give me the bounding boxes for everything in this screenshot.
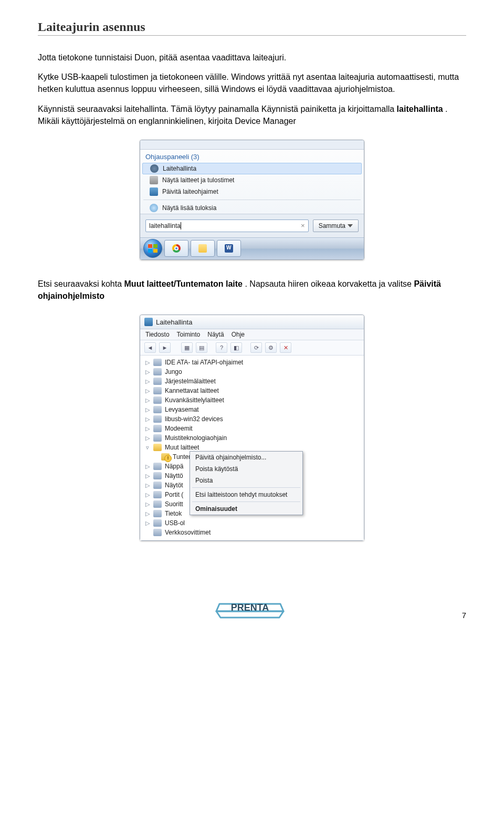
svg-rect-0 <box>148 244 152 248</box>
device-icon <box>153 387 162 394</box>
search-value: laitehallinta <box>149 222 181 229</box>
windows-logo-icon <box>148 244 158 253</box>
paragraph-4-bold1: Muut laitteet/Tuntematon laite <box>124 279 243 288</box>
tree-item[interactable]: ▷USB-ol <box>143 518 361 528</box>
tree-label: Kannettavat laitteet <box>165 387 219 394</box>
back-button[interactable]: ◄ <box>144 342 156 353</box>
page-footer: PRENTA 7 <box>38 588 466 620</box>
svg-rect-2 <box>148 249 152 253</box>
menu-action[interactable]: Toiminto <box>177 331 201 338</box>
context-menu-disable[interactable]: Poista käytöstä <box>190 463 302 475</box>
clear-icon[interactable]: × <box>301 222 305 229</box>
paragraph-4c: . Napsauta hiiren oikeaa korvaketta ja v… <box>245 279 414 288</box>
shutdown-button[interactable]: Sammuta <box>313 220 359 232</box>
svg-rect-1 <box>153 244 158 248</box>
device-manager-window: Laitehallinta Tiedosto Toiminto Näytä Oh… <box>140 315 364 541</box>
device-manager-title: Laitehallinta <box>156 318 192 326</box>
svg-rect-3 <box>153 249 158 253</box>
device-icon <box>153 368 162 375</box>
taskbar-chrome[interactable] <box>164 240 188 257</box>
prenta-logo: PRENTA <box>215 588 285 620</box>
context-menu-scan[interactable]: Etsi laitteistoon tehdyt muutokset <box>190 489 302 500</box>
tree-item[interactable]: ▷Kuvankäsittelylaitteet <box>143 395 361 405</box>
start-menu-item-laitehallinta[interactable]: Laitehallinta <box>142 163 362 174</box>
context-menu-properties[interactable]: Ominaisuudet <box>190 503 302 515</box>
start-menu-item-drivers[interactable]: Päivitä laiteohjaimet <box>140 186 364 197</box>
tree-label: Kuvankäsittelylaitteet <box>165 396 224 404</box>
device-manager-screenshot: Laitehallinta Tiedosto Toiminto Näytä Oh… <box>38 315 466 541</box>
device-tree: ▷IDE ATA- tai ATAPI-ohjaimet ▷Jungo ▷Jär… <box>140 356 364 540</box>
start-menu-screenshot: Ohjauspaneeli (3) Laitehallinta Näytä la… <box>38 140 466 260</box>
tree-label: Tietok <box>165 510 182 517</box>
tree-label: IDE ATA- tai ATAPI-ohjaimet <box>165 359 243 366</box>
start-menu-header-blur <box>140 140 364 150</box>
device-icon <box>153 359 162 366</box>
start-menu-item-label: Päivitä laiteohjaimet <box>162 188 218 195</box>
device-icon <box>153 378 162 385</box>
tree-item[interactable]: Verkkosovittimet <box>143 528 361 537</box>
paragraph-3: Käynnistä seuraavaksi laitehallinta. Täm… <box>38 103 466 127</box>
toolbar-scan[interactable]: ⟳ <box>250 342 262 353</box>
context-menu: Päivitä ohjainohjelmisto... Poista käytö… <box>190 451 303 515</box>
toolbar-button[interactable]: ▦ <box>181 342 193 353</box>
tree-item[interactable]: ▷Levyasemat <box>143 405 361 414</box>
context-menu-update-driver[interactable]: Päivitä ohjainohjelmisto... <box>190 452 302 463</box>
device-icon <box>153 519 162 527</box>
toolbar-remove[interactable]: ✕ <box>280 342 291 353</box>
device-icon <box>153 529 162 536</box>
tree-item[interactable]: ▷Jungo <box>143 367 361 377</box>
monitor-icon <box>150 187 158 196</box>
device-icon <box>153 491 162 498</box>
toolbar-button[interactable]: ⚙ <box>265 342 277 353</box>
paragraph-2: Kytke USB-kaapeli tulostimen ja tietokon… <box>38 71 466 95</box>
warning-icon <box>161 453 170 461</box>
toolbar-button[interactable]: ▤ <box>196 342 207 353</box>
context-menu-remove[interactable]: Poista <box>190 475 302 486</box>
tree-label: Jungo <box>165 368 182 375</box>
forward-button[interactable]: ► <box>159 342 171 353</box>
tree-label: Muut laitteet <box>165 444 199 451</box>
tree-item[interactable]: ▷Muistiteknologiaohjain <box>143 433 361 443</box>
device-manager-icon <box>144 318 153 326</box>
tree-label: libusb-win32 devices <box>165 415 223 423</box>
device-icon <box>153 482 162 489</box>
taskbar-word[interactable] <box>217 240 241 257</box>
tree-label: Verkkosovittimet <box>165 529 211 536</box>
tree-item[interactable]: ▷libusb-win32 devices <box>143 414 361 424</box>
start-menu-item-devices[interactable]: Näytä laitteet ja tulostimet <box>140 174 364 186</box>
tree-item[interactable]: ▷Järjestelmälaitteet <box>143 377 361 386</box>
toolbar-button[interactable]: ? <box>216 342 227 353</box>
taskbar-explorer[interactable] <box>191 240 215 257</box>
start-button[interactable] <box>143 239 162 258</box>
toolbar-button[interactable]: ◧ <box>230 342 242 353</box>
device-icon <box>153 434 162 442</box>
chevron-down-icon <box>348 224 353 227</box>
separator <box>192 487 300 488</box>
menu-file[interactable]: Tiedosto <box>145 331 170 338</box>
device-icon <box>153 406 162 413</box>
toolbar: ◄ ► ▦ ▤ ? ◧ ⟳ ⚙ ✕ <box>140 340 364 356</box>
device-icon <box>153 510 162 517</box>
page-number: 7 <box>462 611 466 620</box>
menu-help[interactable]: Ohje <box>232 331 245 338</box>
tree-item[interactable]: ▷IDE ATA- tai ATAPI-ohjaimet <box>143 358 361 367</box>
device-icon <box>153 463 162 470</box>
start-menu-section-title: Ohjauspaneeli (3) <box>140 150 364 163</box>
tree-item[interactable]: ▷Modeemit <box>143 424 361 433</box>
start-menu-item-label: Näytä laitteet ja tulostimet <box>162 176 234 184</box>
folder-icon <box>198 244 207 253</box>
paragraph-4a: Etsi seuraavaksi kohta <box>38 279 124 288</box>
page-heading: Laiteajurin asennus <box>38 20 466 36</box>
paragraph-3-bold: laitehallinta <box>397 104 443 113</box>
tree-label: Järjestelmälaitteet <box>165 378 216 385</box>
start-menu-panel: Ohjauspaneeli (3) Laitehallinta Näytä la… <box>140 140 364 260</box>
tree-label: Modeemit <box>165 425 193 432</box>
tree-item[interactable]: ▷Kannettavat laitteet <box>143 386 361 395</box>
search-icon <box>150 204 158 212</box>
menu-view[interactable]: Näytä <box>207 331 224 338</box>
start-menu-more-results[interactable]: Näytä lisää tuloksia <box>140 202 364 214</box>
taskbar <box>140 237 364 259</box>
device-manager-titlebar: Laitehallinta <box>140 315 364 329</box>
other-devices-icon <box>153 444 162 451</box>
start-menu-search-input[interactable]: laitehallinta × <box>145 220 309 232</box>
